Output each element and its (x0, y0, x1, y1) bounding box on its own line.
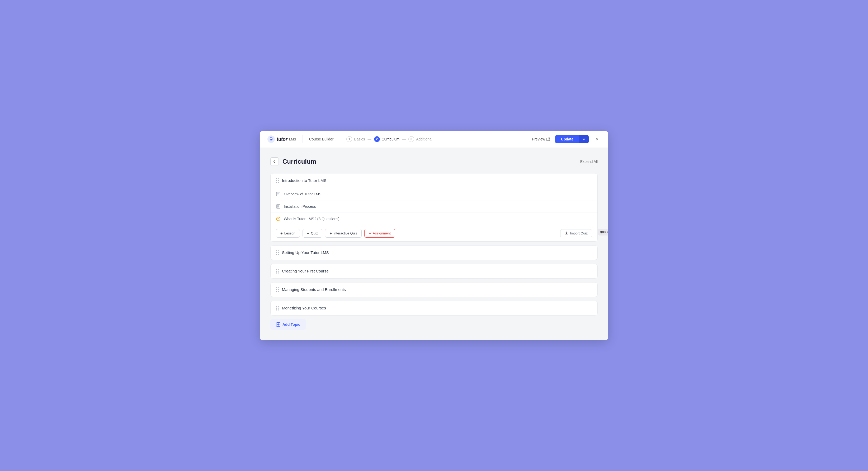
quiz-icon (276, 217, 281, 221)
interactive-quiz-label: Interactive Quiz (334, 231, 357, 235)
plus-icon: + (280, 231, 283, 236)
add-icon (276, 322, 280, 326)
action-bar-1: + Lesson + Quiz + Interactive Quiz + Ass… (271, 225, 597, 241)
back-arrow-icon (273, 160, 276, 163)
svg-point-1 (270, 137, 272, 139)
main-window: tutor LMS Course Builder 1 Basics — 2 Cu… (260, 131, 608, 340)
step-circle-3: 3 (408, 136, 414, 142)
main-content: Curriculum Expand All Introduction to Tu… (260, 148, 608, 340)
download-icon (565, 231, 568, 235)
header-divider-2 (340, 135, 340, 144)
header-divider (303, 135, 303, 144)
step-basics[interactable]: 1 Basics (346, 136, 365, 142)
preview-button[interactable]: Preview (529, 135, 553, 143)
topic-card-5: Monetizing Your Courses (270, 301, 598, 315)
add-assignment-button[interactable]: + Assignment (364, 229, 395, 238)
preview-label: Preview (532, 137, 545, 141)
import-quiz-button[interactable]: Import Quiz (560, 229, 592, 237)
step-label-additional: Additional (416, 137, 432, 141)
drag-handle-3[interactable] (276, 269, 279, 274)
chevron-down-icon (582, 137, 586, 141)
topic-card-2: Setting Up Your Tutor LMS (270, 245, 598, 260)
lesson-label: Lesson (284, 231, 296, 235)
page-header: Curriculum Expand All (270, 157, 598, 166)
logo-text: tutor (277, 136, 287, 142)
topic-header-5: Monetizing Your Courses (271, 301, 597, 315)
step-label-curriculum: Curriculum (382, 137, 400, 141)
list-item: Overview of Tutor LMS (271, 188, 597, 200)
topic-title-4: Managing Students and Enrollments (282, 287, 346, 292)
add-topic-label: Add Topic (282, 322, 300, 326)
topic-header-3: Creating Your First Course (271, 264, 597, 278)
lesson-title-overview: Overview of Tutor LMS (284, 192, 321, 196)
drag-handle-5[interactable] (276, 306, 279, 311)
add-quiz-button[interactable]: + Quiz (303, 229, 322, 238)
notebook-sidebar[interactable]: Notebook (598, 229, 608, 236)
drag-handle-4[interactable] (276, 287, 279, 292)
topic-header-2: Setting Up Your Tutor LMS (271, 246, 597, 260)
topic-header-4: Managing Students and Enrollments (271, 282, 597, 297)
page-title: Curriculum (282, 158, 316, 165)
topic-card-3: Creating Your First Course (270, 264, 598, 279)
drag-handle-2[interactable] (276, 250, 279, 255)
plus-icon-4: + (369, 231, 371, 236)
step-label-basics: Basics (354, 137, 365, 141)
update-dropdown-button[interactable] (579, 135, 589, 144)
step-circle-1: 1 (346, 136, 352, 142)
plus-icon-3: + (330, 231, 332, 236)
drag-handle-1[interactable] (276, 178, 279, 183)
header-actions: Preview Update × (529, 135, 601, 144)
import-quiz-label: Import Quiz (570, 231, 588, 235)
update-btn-group: Update (555, 135, 589, 144)
logo: tutor LMS (267, 135, 296, 143)
assignment-label: Assignment (373, 231, 391, 235)
dash-1: — (368, 137, 371, 141)
topic-title-5: Monetizing Your Courses (282, 306, 326, 310)
breadcrumb: 1 Basics — 2 Curriculum — 3 Additional (346, 136, 524, 142)
topic-title-2: Setting Up Your Tutor LMS (282, 250, 329, 255)
topic-header-1: Introduction to Tutor LMS (271, 174, 597, 188)
dash-2: — (402, 137, 406, 141)
step-circle-2: 2 (374, 136, 380, 142)
logo-lms: LMS (289, 137, 296, 141)
logo-icon (267, 135, 275, 143)
lesson-icon-2 (276, 204, 281, 209)
page-title-group: Curriculum (270, 157, 316, 166)
list-item: What is Tutor LMS? (8 Questions) (271, 213, 597, 225)
close-button[interactable]: × (593, 135, 601, 144)
plus-icon-2: + (307, 231, 309, 236)
topic-card-1: Introduction to Tutor LMS Overview of Tu… (270, 173, 598, 242)
add-interactive-quiz-button[interactable]: + Interactive Quiz (325, 229, 362, 238)
topic-title-1: Introduction to Tutor LMS (282, 178, 326, 183)
back-button[interactable] (270, 157, 279, 166)
topic-title-3: Creating Your First Course (282, 269, 329, 273)
update-button[interactable]: Update (555, 135, 579, 144)
header: tutor LMS Course Builder 1 Basics — 2 Cu… (260, 131, 608, 148)
step-additional[interactable]: 3 Additional (408, 136, 432, 142)
step-curriculum[interactable]: 2 Curriculum (374, 136, 400, 142)
notebook-label: Notebook (600, 230, 608, 234)
external-link-icon (547, 137, 550, 141)
course-builder-label: Course Builder (309, 137, 334, 141)
lesson-icon (276, 192, 281, 196)
lesson-title-installation: Installation Process (284, 205, 316, 209)
svg-point-11 (278, 220, 279, 220)
add-lesson-button[interactable]: + Lesson (276, 229, 300, 238)
add-topic-button[interactable]: Add Topic (270, 319, 306, 330)
topic-card-4: Managing Students and Enrollments (270, 282, 598, 297)
expand-all-button[interactable]: Expand All (580, 159, 598, 164)
lesson-title-quiz: What is Tutor LMS? (8 Questions) (284, 217, 340, 221)
quiz-label: Quiz (311, 231, 318, 235)
list-item: Installation Process (271, 200, 597, 213)
